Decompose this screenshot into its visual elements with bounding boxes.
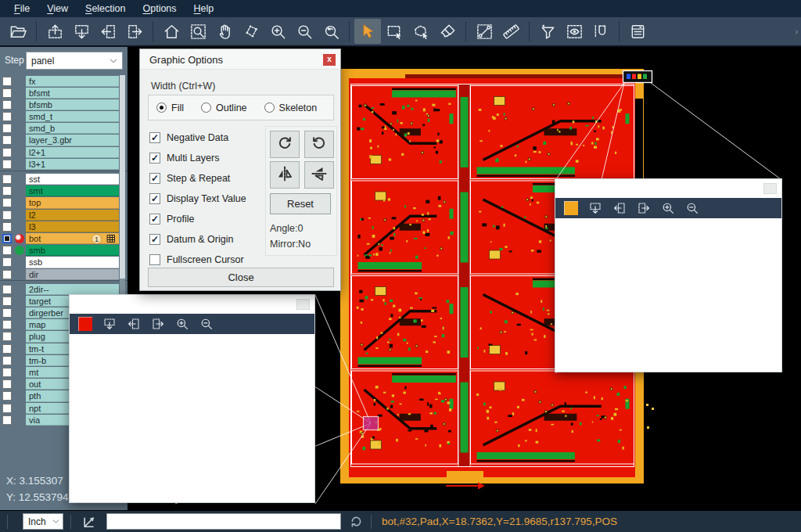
pan-right-button[interactable] bbox=[637, 201, 651, 215]
rotate-cw-button[interactable] bbox=[270, 131, 300, 158]
pan-hand-button[interactable] bbox=[211, 19, 238, 44]
radio-circle[interactable] bbox=[264, 102, 275, 113]
layer-checkbox[interactable] bbox=[2, 404, 12, 413]
checkbox-step-repeat[interactable]: ✓Step & Repeat bbox=[149, 168, 267, 189]
layer-checkbox[interactable] bbox=[2, 186, 12, 196]
menu-item-help[interactable]: Help bbox=[186, 2, 222, 16]
zoom-previous-button[interactable] bbox=[318, 19, 344, 44]
layer-row-smd_b[interactable]: smd_b bbox=[0, 123, 128, 135]
layer-label[interactable]: ssb bbox=[26, 257, 119, 268]
zoom-in-button[interactable] bbox=[175, 317, 189, 331]
layer-checkbox[interactable] bbox=[2, 198, 12, 207]
layer-checkbox[interactable] bbox=[2, 344, 12, 354]
layer-row-smt[interactable]: smt bbox=[0, 185, 128, 197]
layer-checkbox[interactable] bbox=[2, 257, 12, 267]
layer-checkbox[interactable] bbox=[2, 332, 12, 341]
preview-content[interactable] bbox=[70, 334, 314, 502]
layer-row-smb[interactable]: smb bbox=[0, 245, 128, 257]
radio-circle[interactable] bbox=[201, 102, 211, 113]
mirror-vertical-button[interactable] bbox=[304, 161, 334, 189]
layer-row-layer_3.gbr[interactable]: layer_3.gbr bbox=[0, 135, 128, 146]
radio-fill[interactable]: Fill bbox=[156, 102, 184, 113]
layer-row-l3[interactable]: l3 bbox=[0, 221, 128, 232]
menu-item-options[interactable]: Options bbox=[135, 2, 184, 16]
layer-row-dir[interactable]: dir bbox=[0, 268, 128, 280]
layer-checkbox[interactable] bbox=[2, 356, 12, 365]
layer-checkbox[interactable] bbox=[2, 77, 12, 86]
layer-row-l2[interactable]: l2 bbox=[0, 209, 128, 221]
zoom-in-button[interactable] bbox=[264, 19, 291, 44]
checkbox-box[interactable]: ✓ bbox=[149, 214, 160, 225]
layer-label[interactable]: top bbox=[26, 197, 119, 208]
checkbox-box[interactable]: ✓ bbox=[149, 173, 160, 184]
layer-checkbox[interactable] bbox=[2, 88, 12, 98]
layer-checkbox[interactable] bbox=[2, 415, 12, 425]
layer-checkbox[interactable] bbox=[2, 160, 12, 169]
rect-select-button[interactable] bbox=[381, 19, 408, 44]
pan-up-button[interactable] bbox=[78, 317, 92, 331]
layer-row-bot[interactable]: bot1 bbox=[0, 232, 128, 244]
layer-checkbox[interactable] bbox=[2, 391, 12, 401]
view-options-button[interactable] bbox=[561, 19, 587, 44]
preview-title-bar[interactable] bbox=[70, 295, 314, 314]
pan-down-button[interactable] bbox=[102, 317, 117, 331]
layer-label[interactable]: bot1 bbox=[26, 233, 119, 244]
layer-checkbox[interactable] bbox=[2, 100, 12, 110]
pan-left-button[interactable] bbox=[95, 19, 121, 44]
snap-magnet-button[interactable] bbox=[587, 19, 614, 44]
layer-checkbox[interactable] bbox=[2, 148, 12, 157]
layer-checkbox[interactable] bbox=[2, 234, 12, 243]
layer-checkbox[interactable] bbox=[2, 308, 12, 318]
close-icon[interactable]: x bbox=[323, 54, 336, 66]
minimize-button[interactable] bbox=[763, 183, 777, 194]
pan-down-button[interactable] bbox=[588, 201, 602, 215]
layer-label[interactable]: bfsmb bbox=[26, 99, 119, 110]
layer-checkbox[interactable] bbox=[2, 379, 12, 389]
zoom-window-button[interactable] bbox=[185, 19, 211, 44]
layer-row-l3+1[interactable]: l3+1 bbox=[0, 158, 128, 170]
layer-checkbox[interactable] bbox=[2, 246, 12, 255]
step-select[interactable]: panel bbox=[26, 52, 123, 70]
checkbox-box[interactable]: ✓ bbox=[149, 153, 160, 164]
checkbox-box[interactable]: ✓ bbox=[149, 193, 160, 204]
chevron-down-icon[interactable] bbox=[49, 515, 62, 528]
pan-right-button[interactable] bbox=[151, 317, 165, 331]
pan-left-button[interactable] bbox=[127, 317, 141, 331]
checkbox-box[interactable] bbox=[149, 254, 160, 265]
layer-checkbox[interactable] bbox=[2, 368, 12, 377]
layer-checkbox[interactable] bbox=[2, 124, 12, 133]
layer-label[interactable]: l2+1 bbox=[26, 147, 119, 158]
radio-outline[interactable]: Outline bbox=[201, 102, 247, 113]
checkbox-multi-layers[interactable]: ✓Multi Layers bbox=[149, 148, 267, 168]
dialog-title[interactable]: Graphic Options bbox=[140, 49, 340, 70]
zoom-out-button[interactable] bbox=[685, 201, 699, 215]
layer-row-bfsmb[interactable]: bfsmb bbox=[0, 99, 128, 110]
grid-icon[interactable] bbox=[106, 234, 116, 243]
layer-row-ssb[interactable]: ssb bbox=[0, 257, 128, 268]
reset-button[interactable]: Reset bbox=[270, 193, 331, 214]
layer-label[interactable]: smb bbox=[26, 245, 119, 256]
layer-row-bfsmt[interactable]: bfsmt bbox=[0, 87, 128, 99]
toolbar-overflow-arrow[interactable]: › bbox=[796, 27, 798, 36]
angle-tool-icon[interactable] bbox=[81, 514, 97, 530]
layer-row-fx[interactable]: fx bbox=[0, 75, 128, 87]
menu-item-selection[interactable]: Selection bbox=[77, 2, 133, 16]
refresh-icon[interactable] bbox=[349, 514, 364, 529]
layer-checkbox[interactable] bbox=[2, 135, 12, 145]
layer-checkbox[interactable] bbox=[2, 285, 12, 294]
checkbox-datum-origin[interactable]: ✓Datum & Origin bbox=[149, 229, 267, 250]
checkbox-display-text-value[interactable]: ✓Display Text Value bbox=[149, 189, 267, 209]
checkbox-box[interactable]: ✓ bbox=[149, 234, 160, 245]
layers-panel-button[interactable] bbox=[624, 19, 651, 44]
pan-right-button[interactable] bbox=[121, 19, 148, 44]
checkbox-box[interactable]: ✓ bbox=[149, 132, 160, 143]
scrollbar-thumb[interactable] bbox=[120, 75, 125, 279]
layer-label[interactable]: dir bbox=[26, 269, 119, 280]
layer-row-top[interactable]: top bbox=[0, 197, 128, 209]
pan-down-button[interactable] bbox=[68, 19, 95, 44]
select-cursor-button[interactable] bbox=[354, 19, 381, 44]
mirror-horizontal-button[interactable] bbox=[270, 161, 300, 189]
pan-up-button[interactable] bbox=[564, 201, 578, 215]
layer-row-sst[interactable]: sst bbox=[0, 174, 128, 185]
layer-label[interactable]: fx bbox=[26, 76, 119, 87]
